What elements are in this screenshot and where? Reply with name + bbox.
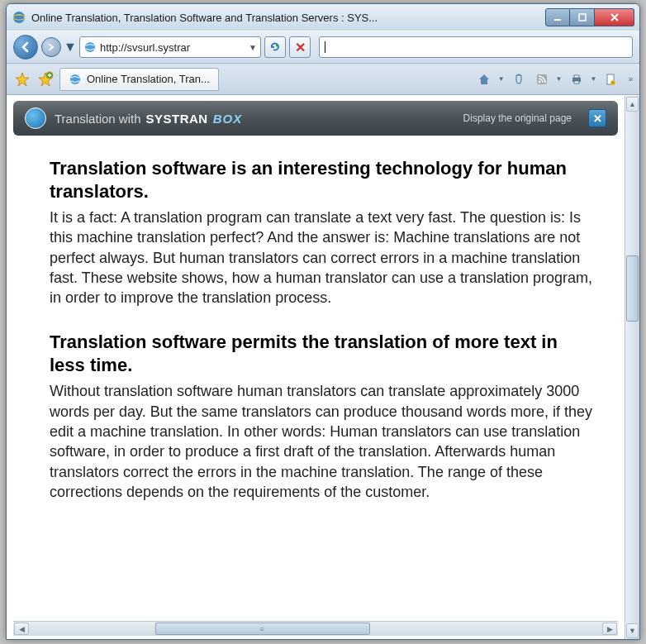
svg-rect-11 [574, 81, 579, 83]
site-icon [83, 41, 97, 54]
refresh-button[interactable] [264, 36, 286, 58]
vscroll-track[interactable] [625, 112, 639, 623]
heading-1: Translation software is an interesting t… [50, 157, 595, 203]
systran-prefix: Translation with [55, 112, 141, 126]
vscroll-thumb[interactable] [626, 255, 639, 322]
scroll-right-button[interactable]: ▶ [602, 623, 617, 635]
search-box[interactable] [319, 36, 633, 58]
favorites-button[interactable] [13, 70, 31, 88]
svg-point-4 [85, 42, 95, 52]
tab-active[interactable]: Online Translation, Tran... [59, 68, 219, 91]
titlebar: Online Translation, Translation Software… [7, 4, 639, 31]
print-dropdown[interactable]: ▼ [591, 75, 597, 83]
forward-button[interactable] [41, 37, 61, 57]
window-title: Online Translation, Translation Software… [31, 12, 545, 24]
stop-button[interactable]: ✕ [289, 36, 311, 58]
heading-2: Translation software permits the transla… [50, 331, 595, 376]
feeds-dropdown[interactable]: ▼ [556, 75, 563, 83]
back-button[interactable] [13, 35, 38, 60]
hand-tool-button[interactable] [510, 70, 528, 88]
maximize-button[interactable] [570, 8, 595, 26]
feeds-button[interactable] [533, 70, 551, 88]
nav-history-dropdown[interactable]: ▼ [64, 37, 76, 57]
hscroll-track[interactable]: ≡ [30, 622, 601, 636]
tab-label: Online Translation, Tran... [87, 73, 210, 85]
toolbar-expand-icon[interactable]: » [625, 74, 633, 83]
svg-rect-3 [579, 14, 586, 21]
vertical-scrollbar[interactable]: ▲ ▼ [625, 96, 639, 639]
home-button[interactable] [475, 70, 493, 88]
scroll-up-button[interactable]: ▲ [626, 97, 639, 112]
systran-title: Translation with SYSTRAN BOX [55, 112, 242, 126]
nav-toolbar: ▼ http://svsurl.systrar ▼ ✕ [7, 31, 639, 64]
page: Translation with SYSTRAN BOX Display the… [7, 96, 625, 639]
tab-toolbar: Online Translation, Tran... ▼ ▼ ▼ » [7, 64, 639, 95]
hscroll-thumb[interactable]: ≡ [155, 623, 370, 635]
article-body: Translation software is an interesting t… [7, 136, 625, 621]
content-area: Translation with SYSTRAN BOX Display the… [7, 95, 639, 639]
systran-toolbar: Translation with SYSTRAN BOX Display the… [13, 101, 618, 136]
paragraph-2: Without translation software human trans… [50, 381, 595, 502]
address-bar[interactable]: http://svsurl.systrar ▼ [79, 36, 261, 58]
systran-logo-icon [25, 107, 46, 129]
paragraph-1: It is a fact: A translation program can … [50, 208, 595, 308]
minimize-button[interactable] [545, 8, 570, 26]
print-button[interactable] [568, 70, 586, 88]
command-bar: ▼ ▼ ▼ » [475, 70, 633, 88]
url-dropdown-icon[interactable]: ▼ [249, 43, 257, 52]
window-controls [545, 8, 634, 26]
scroll-left-button[interactable]: ◀ [14, 623, 29, 635]
scroll-down-button[interactable]: ▼ [626, 623, 639, 638]
svg-rect-2 [554, 19, 561, 21]
close-button[interactable] [595, 8, 634, 26]
svg-point-6 [70, 74, 80, 84]
add-favorite-button[interactable] [36, 70, 55, 88]
page-button[interactable] [601, 70, 620, 88]
ie-logo-icon [12, 10, 26, 25]
svg-point-0 [13, 12, 25, 23]
svg-rect-10 [574, 75, 579, 78]
tab-site-icon [69, 73, 82, 86]
systran-close-button[interactable]: ✕ [588, 109, 606, 127]
url-text: http://svsurl.systrar [100, 41, 245, 54]
systran-box: BOX [213, 112, 243, 126]
display-original-link[interactable]: Display the original page [463, 112, 572, 124]
text-caret-icon [325, 41, 325, 53]
home-dropdown[interactable]: ▼ [498, 75, 505, 83]
svg-point-8 [538, 80, 540, 83]
browser-window: Online Translation, Translation Software… [6, 3, 640, 640]
systran-brand: SYSTRAN [146, 112, 208, 126]
horizontal-scrollbar[interactable]: ◀ ≡ ▶ [13, 621, 618, 636]
